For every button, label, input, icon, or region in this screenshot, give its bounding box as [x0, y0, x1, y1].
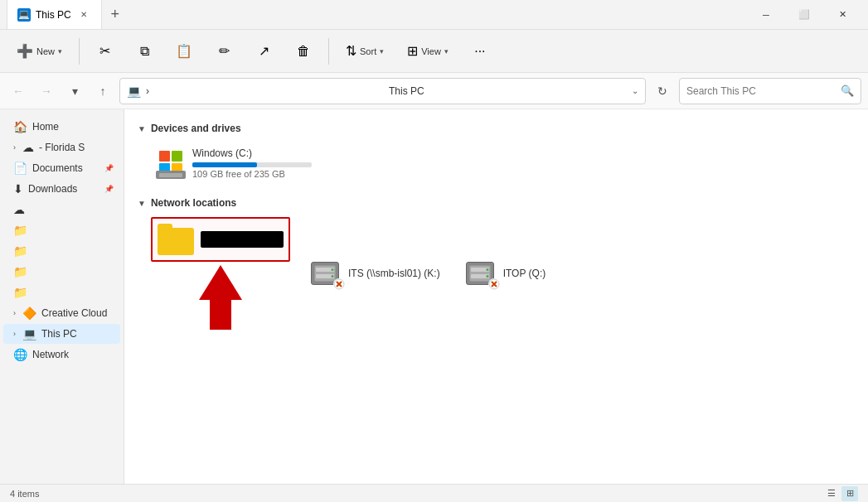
share-button[interactable]: ↗ — [245, 33, 282, 70]
folder-name-redacted — [201, 231, 284, 248]
paste-button[interactable]: 📋 — [166, 33, 202, 70]
path-text: This PC — [389, 85, 627, 97]
itop-error-badge — [488, 278, 500, 290]
up-button[interactable]: ↑ — [91, 80, 114, 103]
titlebar: This PC ✕ + ─ ⬜ ✕ — [0, 0, 868, 30]
paste-icon: 📋 — [176, 43, 192, 59]
network-item-folder[interactable] — [151, 217, 290, 262]
arrow-head — [199, 265, 242, 300]
share-icon: ↗ — [259, 43, 269, 59]
sidebar-item-documents[interactable]: 📄 Documents 📌 — [3, 158, 120, 178]
sidebar-item-home[interactable]: 🏠 Home — [3, 117, 120, 137]
folder2-icon: 📁 — [13, 244, 27, 258]
tab-area: This PC ✕ + — [7, 0, 747, 29]
sidebar-home-label: Home — [32, 121, 59, 133]
content-area: ▼ Devices and drives Wi — [124, 109, 868, 484]
network-folder-wrapper — [151, 217, 290, 330]
drive-c-bar-bg — [192, 162, 312, 167]
sort-icon: ⇅ — [346, 43, 356, 59]
devices-section-header: ▼ Devices and drives — [138, 123, 855, 134]
network-section-title: Network locations — [151, 197, 236, 209]
cc-chevron: › — [13, 309, 16, 317]
svg-point-11 — [486, 268, 488, 271]
view-label: View — [421, 46, 441, 56]
drive-c-bar-fill — [192, 162, 257, 167]
downloads-icon: ⬇ — [13, 182, 23, 195]
sidebar-item-cloud2[interactable]: ☁ — [3, 200, 120, 220]
sidebar-item-this-pc[interactable]: › 💻 This PC — [3, 324, 120, 344]
window-controls: ─ ⬜ ✕ — [747, 0, 861, 30]
view-toggle-buttons: ☰ ⊞ — [823, 486, 858, 501]
more-button[interactable]: ··· — [462, 33, 498, 70]
folder1-icon: 📁 — [13, 224, 27, 237]
new-label: New — [36, 46, 55, 56]
sidebar-item-network[interactable]: 🌐 Network — [3, 345, 120, 364]
svg-point-3 — [332, 268, 334, 271]
devices-collapse-arrow[interactable]: ▼ — [138, 124, 146, 133]
tab-icon — [17, 8, 31, 22]
win-logo-tl — [159, 151, 170, 162]
sidebar-item-folder4[interactable]: 📁 — [3, 282, 120, 302]
toolbar: ➕ New ▾ ✂ ⧉ 📋 ✏ ↗ 🗑 ⇅ Sort ▾ ⊞ View ▾ ··… — [0, 30, 868, 73]
refresh-button[interactable]: ↻ — [651, 80, 674, 103]
search-box[interactable]: 🔍 — [679, 78, 861, 104]
error-x-icon2 — [488, 278, 500, 290]
sidebar: 🏠 Home › ☁ - Florida S 📄 Documents 📌 ⬇ D… — [0, 109, 124, 484]
tile-view-button[interactable]: ⊞ — [841, 486, 858, 501]
view-button[interactable]: ⊞ View ▾ — [397, 33, 458, 70]
sort-dropdown-arrow: ▾ — [380, 47, 384, 56]
sidebar-cc-label: Creative Cloud — [41, 307, 107, 319]
cloud-chevron: › — [13, 143, 16, 152]
more-icon: ··· — [474, 44, 485, 59]
folder-icon-container — [158, 224, 194, 255]
address-dropdown-arrow: ⌄ — [632, 86, 638, 95]
error-x-icon — [333, 278, 345, 290]
maximize-button[interactable]: ⬜ — [785, 0, 823, 30]
delete-button[interactable]: 🗑 — [285, 33, 322, 70]
statusbar: 4 items ☰ ⊞ — [0, 484, 868, 502]
its-error-badge — [333, 278, 345, 290]
sidebar-item-folder1[interactable]: 📁 — [3, 220, 120, 240]
rename-button[interactable]: ✏ — [206, 33, 242, 70]
forward-button[interactable]: → — [35, 80, 58, 103]
this-pc-icon: 💻 — [22, 327, 36, 340]
new-button[interactable]: ➕ New ▾ — [7, 33, 72, 70]
address-box[interactable]: 💻 › This PC ⌄ — [119, 78, 646, 104]
network-item-its[interactable]: ITS (\\smb-isl01) (K:) — [303, 217, 445, 330]
devices-section-title: Devices and drives — [151, 123, 241, 134]
sort-button[interactable]: ⇅ Sort ▾ — [336, 33, 394, 70]
sidebar-item-downloads[interactable]: ⬇ Downloads 📌 — [3, 179, 120, 199]
thispc-chevron: › — [13, 330, 16, 338]
network-grid: ITS (\\smb-isl01) (K:) — [138, 217, 855, 330]
new-tab-button[interactable]: + — [102, 2, 129, 28]
cloud-icon: ☁ — [22, 141, 34, 154]
minimize-button[interactable]: ─ — [747, 0, 785, 30]
tab-this-pc[interactable]: This PC ✕ — [7, 0, 102, 29]
new-icon: ➕ — [17, 43, 33, 59]
sidebar-item-creative-cloud[interactable]: › 🔶 Creative Cloud — [3, 303, 120, 323]
home-icon: 🏠 — [13, 120, 27, 133]
copy-button[interactable]: ⧉ — [126, 33, 162, 70]
folder-body — [158, 228, 194, 255]
search-input[interactable] — [686, 85, 836, 97]
detail-view-button[interactable]: ☰ — [823, 486, 840, 501]
tab-close-button[interactable]: ✕ — [76, 7, 91, 22]
new-dropdown-arrow: ▾ — [58, 47, 62, 56]
close-button[interactable]: ✕ — [823, 0, 861, 30]
sidebar-item-folder3[interactable]: 📁 — [3, 262, 120, 282]
sidebar-item-cloud[interactable]: › ☁ - Florida S — [3, 138, 120, 157]
creative-cloud-icon: 🔶 — [22, 307, 36, 320]
sidebar-item-folder2[interactable]: 📁 — [3, 241, 120, 261]
drive-c-name: Windows (C:) — [192, 147, 312, 159]
tab-title: This PC — [36, 9, 71, 21]
sidebar-thispc-label: This PC — [41, 328, 77, 340]
network-collapse-arrow[interactable]: ▼ — [138, 199, 146, 208]
back-button[interactable]: ← — [7, 80, 30, 103]
cut-button[interactable]: ✂ — [86, 33, 123, 70]
sidebar-documents-label: Documents — [32, 162, 83, 174]
view-icon: ⊞ — [407, 43, 418, 59]
search-icon: 🔍 — [841, 84, 854, 97]
network-item-itop[interactable]: ITOP (Q:) — [458, 217, 551, 330]
recent-button[interactable]: ▾ — [63, 80, 86, 103]
drive-item-c[interactable]: Windows (C:) 109 GB free of 235 GB — [151, 142, 317, 184]
